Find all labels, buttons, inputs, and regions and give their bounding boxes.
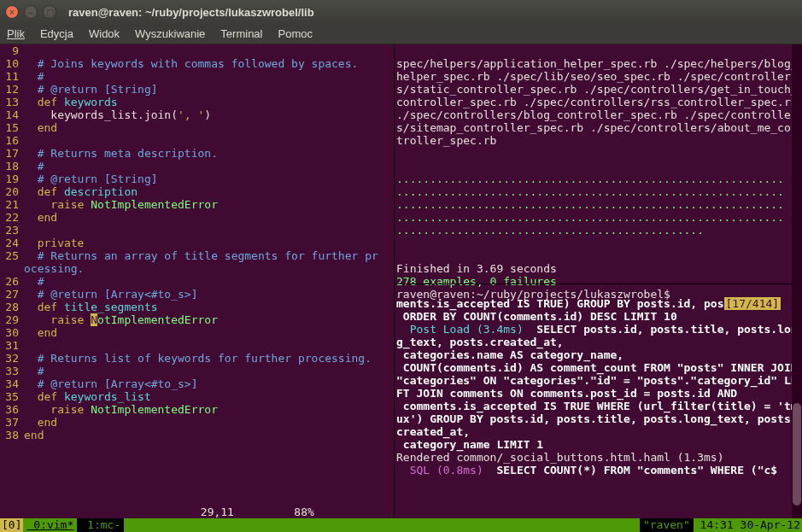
line-number: 24 <box>0 237 24 249</box>
line-number: 19 <box>0 172 24 185</box>
code-line[interactable]: 36 raise NotImplementedError <box>0 403 394 416</box>
line-number: 23 <box>0 224 24 237</box>
code-line[interactable]: 37 end <box>0 416 394 429</box>
line-number: 32 <box>0 352 24 365</box>
tmux-status-bar: [0] 0:vim* 1:mc- "raven" 14:31 30-Apr-12 <box>0 518 802 532</box>
menu-terminal[interactable]: Terminal <box>220 27 262 40</box>
tmux-hostname: "raven" <box>640 518 694 532</box>
line-number: 22 <box>0 211 24 224</box>
line-number: 30 <box>0 326 24 339</box>
code-line[interactable]: 12 # @return [String] <box>0 83 394 96</box>
line-number: 29 <box>0 313 24 326</box>
code-line[interactable]: 9 <box>0 44 394 57</box>
line-number: 13 <box>0 96 24 108</box>
vim-status-line: 29,11 88% <box>0 506 394 518</box>
scrollbar-thumb[interactable] <box>793 403 801 506</box>
rspec-finished: Finished in 3.69 seconds <box>396 262 557 275</box>
minimize-button[interactable]: – <box>24 5 38 19</box>
line-number: 27 <box>0 288 24 301</box>
code-line[interactable]: ocessing. <box>0 262 394 275</box>
rails-log-pane[interactable]: ments.is_accepted IS TRUE) GROUP BY post… <box>395 284 802 518</box>
window-controls: × – ▢ <box>5 5 56 19</box>
line-number: 25 <box>0 249 24 262</box>
vim-editor[interactable]: 910 # Joins keywords with commas followe… <box>0 44 394 506</box>
code-line[interactable]: 18 # <box>0 160 394 172</box>
code-line[interactable]: 11 # <box>0 70 394 83</box>
code-line[interactable]: 24 private <box>0 237 394 249</box>
maximize-button[interactable]: ▢ <box>43 5 56 19</box>
code-line[interactable]: 19 # @return [String] <box>0 172 394 185</box>
spec-file-list: spec/helpers/application_helper_spec.rb … <box>396 57 802 147</box>
code-line[interactable]: 28 def title_segments <box>0 301 394 313</box>
tmux-session[interactable]: [0] <box>0 518 23 532</box>
code-line[interactable]: 20 def description <box>0 185 394 198</box>
menu-widok[interactable]: Widok <box>89 27 120 40</box>
tmux-clock: 14:31 30-Apr-12 <box>694 518 802 532</box>
tmux-pane-left-vim[interactable]: 910 # Joins keywords with commas followe… <box>0 44 395 518</box>
window-titlebar: × – ▢ raven@raven: ~/ruby/projects/lukas… <box>0 0 802 24</box>
line-number: 16 <box>0 134 24 147</box>
rspec-progress: ........................................… <box>396 172 784 185</box>
code-line[interactable]: 15 end <box>0 121 394 134</box>
menu-edycja[interactable]: Edycja <box>40 27 73 40</box>
line-number: 31 <box>0 339 24 352</box>
code-line[interactable]: 23 <box>0 224 394 237</box>
tmux-pane-right[interactable]: spec/helpers/application_helper_spec.rb … <box>395 44 802 518</box>
close-button[interactable]: × <box>5 5 19 19</box>
code-line[interactable]: 33 # <box>0 365 394 377</box>
line-number: 21 <box>0 198 24 211</box>
code-line[interactable]: 27 # @return [Array<#to_s>] <box>0 288 394 301</box>
code-line[interactable]: 25 # Returns an array of title segments … <box>0 249 394 262</box>
menu-pomoc[interactable]: Pomoc <box>278 27 312 40</box>
tmux-window-1[interactable]: 1:mc- <box>77 518 124 532</box>
code-line[interactable]: 30 end <box>0 326 394 339</box>
window-title: raven@raven: ~/ruby/projects/lukaszwrobe… <box>68 6 314 19</box>
code-line[interactable]: 32 # Returns list of keywords for furthe… <box>0 352 394 365</box>
terminal-scrollbar[interactable] <box>792 44 802 518</box>
code-line[interactable]: 22 end <box>0 211 394 224</box>
line-number: 10 <box>0 57 24 70</box>
line-number: 14 <box>0 108 24 121</box>
code-line[interactable]: 38end <box>0 429 394 441</box>
log-post-load: Post Load (3.4ms) <box>396 323 524 336</box>
menu-bar: Plik Edycja Widok Wyszukiwanie Terminal … <box>0 24 802 44</box>
code-line[interactable]: 21 raise NotImplementedError <box>0 198 394 211</box>
code-line[interactable]: 35 def keywords_list <box>0 390 394 403</box>
line-number: 9 <box>0 44 24 57</box>
line-number: 20 <box>0 185 24 198</box>
line-number: 34 <box>0 377 24 390</box>
line-number: 12 <box>0 83 24 96</box>
menu-wyszukiwanie[interactable]: Wyszukiwanie <box>135 27 205 40</box>
log-rendered: Rendered common/_social_buttons.html.ham… <box>396 451 724 464</box>
line-number: 11 <box>0 70 24 83</box>
line-number: 36 <box>0 403 24 416</box>
line-number: 35 <box>0 390 24 403</box>
terminal-area[interactable]: 910 # Joins keywords with commas followe… <box>0 44 802 518</box>
code-line[interactable]: 16 <box>0 134 394 147</box>
code-line[interactable]: 34 # @return [Array<#to_s>] <box>0 377 394 390</box>
line-number: 37 <box>0 416 24 429</box>
code-line[interactable]: 10 # Joins keywords with commas followed… <box>0 57 394 70</box>
code-line[interactable]: 26 # <box>0 275 394 288</box>
line-number: 33 <box>0 365 24 377</box>
line-number: 26 <box>0 275 24 288</box>
line-number: 18 <box>0 160 24 172</box>
menu-plik[interactable]: Plik <box>7 27 25 40</box>
line-number: 17 <box>0 147 24 160</box>
code-line[interactable]: 13 def keywords <box>0 96 394 108</box>
code-line[interactable]: 31 <box>0 339 394 352</box>
line-number: 38 <box>0 429 24 441</box>
line-number: 28 <box>0 301 24 313</box>
code-line[interactable]: 17 # Returns meta description. <box>0 147 394 160</box>
scrollback-position-badge: [17/414] <box>724 297 782 310</box>
code-line[interactable]: 14 keywords_list.join(', ') <box>0 108 394 121</box>
log-sql-label: SQL (0.8ms) <box>396 464 483 476</box>
tmux-window-0[interactable]: 0:vim* <box>23 518 77 532</box>
line-number: 15 <box>0 121 24 134</box>
code-line[interactable]: 29 raise NotImplementedError <box>0 313 394 326</box>
rspec-output-pane[interactable]: spec/helpers/application_helper_spec.rb … <box>395 44 802 284</box>
